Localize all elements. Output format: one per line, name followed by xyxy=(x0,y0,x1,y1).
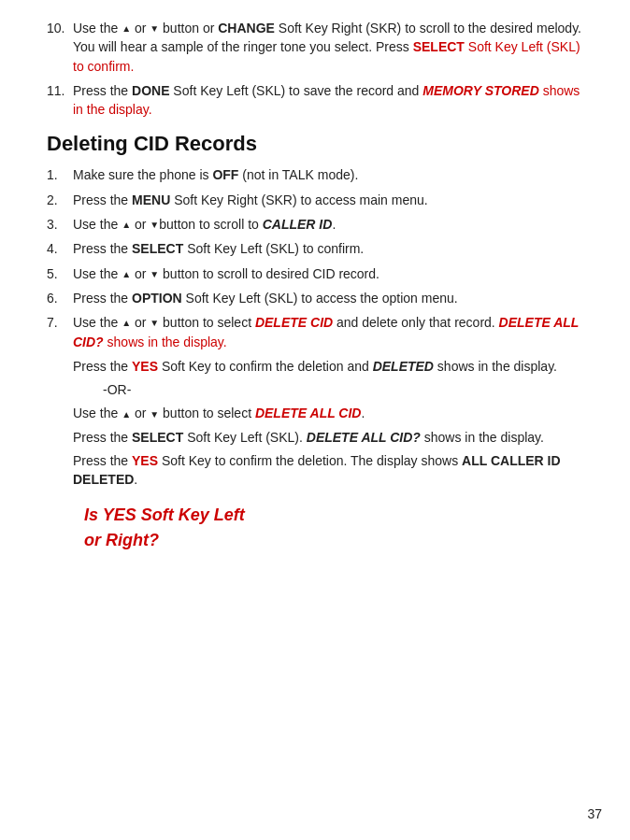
arrow-up-icon xyxy=(122,266,131,281)
delete-cid-label: DELETE CID xyxy=(255,315,333,330)
section-heading: Deleting CID Records xyxy=(47,132,583,156)
indent-line: Use the or button to select DELETE ALL C… xyxy=(47,404,583,422)
item-number: 11. xyxy=(47,81,73,120)
arrow-up-icon xyxy=(122,217,131,232)
item-text: Press the SELECT Soft Key Left (SKL) to … xyxy=(73,239,583,258)
item-number: 1. xyxy=(47,165,73,184)
item-text: Make sure the phone is OFF (not in TALK … xyxy=(73,165,583,184)
highlighted-question: Is YES Soft Key Left or Right? xyxy=(47,503,583,553)
list-item: 5. Use the or button to scroll to desire… xyxy=(47,264,583,283)
list-item: 2. Press the MENU Soft Key Right (SKR) t… xyxy=(47,191,583,209)
yes-label: YES xyxy=(132,453,158,468)
item-text: Press the MENU Soft Key Right (SKR) to a… xyxy=(73,191,583,209)
menu-label: MENU xyxy=(132,192,170,207)
item-text: Use the or button to scroll to CALLER ID… xyxy=(73,215,583,234)
item-text: Use the or button to scroll to desired C… xyxy=(73,264,583,283)
confirm-text: Soft Key Left (SKL) to confirm. xyxy=(73,39,580,73)
off-label: OFF xyxy=(212,167,238,182)
arrow-down-icon xyxy=(150,217,159,232)
arrow-up-icon xyxy=(122,315,131,330)
option-label: OPTION xyxy=(132,291,182,306)
change-label: CHANGE xyxy=(218,21,275,36)
deleted-label: DELETED xyxy=(373,359,434,374)
item-text: Use the or button to select DELETE CID a… xyxy=(73,313,583,351)
select-label: SELECT xyxy=(413,39,465,54)
item-number: 6. xyxy=(47,289,73,307)
caller-id-label: CALLER ID xyxy=(263,217,333,232)
indent-line: Press the SELECT Soft Key Left (SKL). DE… xyxy=(47,428,583,447)
shows-in-display-text: shows in the display. xyxy=(107,335,227,349)
select-label: SELECT xyxy=(132,430,183,445)
question-line1: Is YES Soft Key Left xyxy=(84,505,245,524)
list-item: 7. Use the or button to select DELETE CI… xyxy=(47,313,583,351)
delete-all-cid-q-label: DELETE ALL CID? xyxy=(307,430,421,445)
memory-stored-label: MEMORY STORED xyxy=(422,83,538,98)
indent-line: Press the YES Soft Key to confirm the de… xyxy=(47,357,583,376)
page-content: 10. Use the or button or CHANGE Soft Key… xyxy=(47,19,583,553)
select-label: SELECT xyxy=(132,241,183,256)
page-number: 37 xyxy=(587,806,602,821)
list-item: 1. Make sure the phone is OFF (not in TA… xyxy=(47,165,583,184)
list-item: 6. Press the OPTION Soft Key Left (SKL) … xyxy=(47,289,583,307)
question-line2: or Right? xyxy=(84,531,159,549)
done-label: DONE xyxy=(132,83,169,98)
item-number: 4. xyxy=(47,239,73,258)
arrow-up-icon xyxy=(122,406,131,420)
item-text: Use the or button or CHANGE Soft Key Rig… xyxy=(73,19,583,76)
indent-line: Press the YES Soft Key to confirm the de… xyxy=(47,451,583,490)
or-separator: -OR- xyxy=(47,380,583,399)
item-number: 7. xyxy=(47,313,73,351)
item-number: 10. xyxy=(47,19,73,76)
list-item: 4. Press the SELECT Soft Key Left (SKL) … xyxy=(47,239,583,258)
arrow-up-icon xyxy=(122,21,131,36)
arrow-down-icon xyxy=(150,406,159,420)
item-number: 3. xyxy=(47,215,73,234)
list-item: 10. Use the or button or CHANGE Soft Key… xyxy=(47,19,583,76)
item-text: Press the DONE Soft Key Left (SKL) to sa… xyxy=(73,81,583,120)
delete-all-cid-label: DELETE ALL CID xyxy=(255,406,362,420)
item-text: Press the OPTION Soft Key Left (SKL) to … xyxy=(73,289,583,307)
arrow-down-icon xyxy=(150,21,159,36)
item-number: 2. xyxy=(47,191,73,209)
arrow-down-icon xyxy=(150,315,159,330)
yes-label: YES xyxy=(132,359,158,374)
arrow-down-icon xyxy=(150,266,159,281)
list-item: 11. Press the DONE Soft Key Left (SKL) t… xyxy=(47,81,583,120)
item-number: 5. xyxy=(47,264,73,283)
list-item: 3. Use the or button to scroll to CALLER… xyxy=(47,215,583,234)
